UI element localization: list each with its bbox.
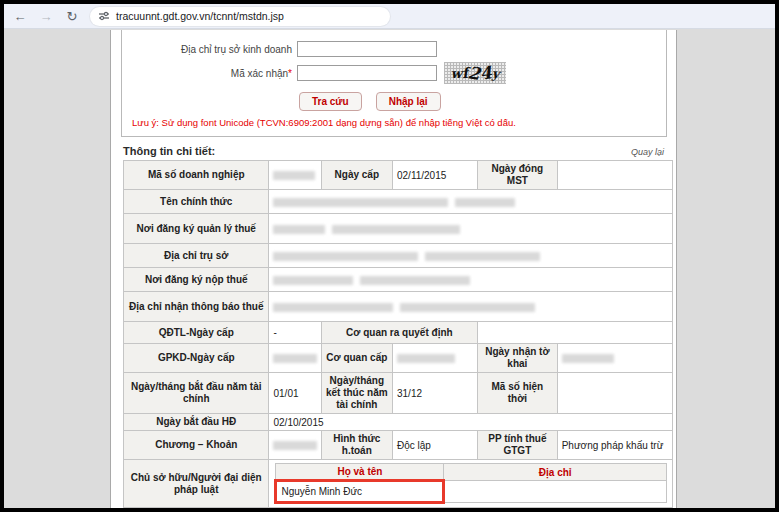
ho-va-ten-col-header: Họ và tên <box>276 464 444 481</box>
hinh-thuc-label: Hình thức h.toán <box>321 431 392 460</box>
table-row: Ngày/tháng bắt đầu năm tài chính 01/01 N… <box>124 373 673 414</box>
table-row: Nơi đăng ký nộp thuế <box>124 268 673 292</box>
dia-chi-tru-so-label: Địa chỉ trụ sở <box>124 244 269 268</box>
co-quan-cap-label: Cơ quan cấp <box>321 344 392 373</box>
address-field-label: Địa chỉ trụ sở kinh doanh <box>132 44 297 55</box>
unicode-note: Lưu ý: Sử dụng font Unicode (TCVN:6909:2… <box>132 117 656 128</box>
ngay-cap-value: 02/11/2015 <box>392 161 477 190</box>
captcha-image: wf24y <box>444 62 506 84</box>
gpkd-label: GPKD-Ngày cấp <box>124 344 269 373</box>
noi-dk-nop-thue-value-redacted <box>269 268 673 292</box>
dia-chi-thong-bao-label: Địa chỉ nhận thông báo thuế <box>124 292 269 322</box>
ngay-bat-dau-hd-value: 02/10/2015 <box>269 414 673 431</box>
captcha-input[interactable] <box>297 65 437 81</box>
ngay-nhan-to-khai-value-redacted <box>557 344 672 373</box>
search-button[interactable]: Tra cứu <box>299 92 362 111</box>
nam-tc-bat-dau-value: 01/01 <box>269 373 321 414</box>
mst-label: Mã số doanh nghiệp <box>124 161 269 190</box>
table-row: Tên giám đốc Nguyễn Minh Đức Địa Chỉ <box>124 508 673 509</box>
qdtl-label: QĐTL-Ngày cấp <box>124 322 269 344</box>
table-row: GPKD-Ngày cấp Cơ quan cấp Ngày nhận tờ k… <box>124 344 673 373</box>
nam-tc-bat-dau-label: Ngày/tháng bắt đầu năm tài chính <box>124 373 269 414</box>
hinh-thuc-value: Độc lập <box>392 431 477 460</box>
screenshot-frame: ← → ↻ tracuunnt.gdt.gov.vn/tcnnt/mstdn.j… <box>0 0 779 512</box>
browser-toolbar: ← → ↻ tracuunnt.gdt.gov.vn/tcnnt/mstdn.j… <box>4 4 775 29</box>
giam-doc-dia-chi-value <box>478 508 673 509</box>
table-row: Mã số doanh nghiệp Ngày cấp 02/11/2015 N… <box>124 161 673 190</box>
table-row: Nơi đăng ký quản lý thuế <box>124 214 673 244</box>
table-row: Địa chỉ trụ sở <box>124 244 673 268</box>
forward-icon[interactable]: → <box>38 8 54 24</box>
giam-doc-label: Tên giám đốc <box>124 508 269 509</box>
ma-so-hien-thoi-label: Mã số hiện thời <box>478 373 558 414</box>
giam-doc-dia-chi-label: Địa Chỉ <box>392 508 477 509</box>
reload-icon[interactable]: ↻ <box>64 8 80 24</box>
table-row: Chủ sở hữu/Người đại diện pháp luật Họ v… <box>124 460 673 508</box>
site-settings-icon[interactable] <box>98 10 110 22</box>
gpkd-value-redacted <box>269 344 321 373</box>
ngay-dong-mst-value <box>557 161 672 190</box>
table-row: Ngày bắt đầu HĐ 02/10/2015 <box>124 414 673 431</box>
mst-value-redacted <box>269 161 321 190</box>
back-link[interactable]: Quay lại <box>631 147 664 157</box>
nam-tc-ket-thuc-label: Ngày/tháng kết thúc năm tài chính <box>321 373 392 414</box>
nam-tc-ket-thuc-value: 31/12 <box>392 373 477 414</box>
noi-dk-nop-thue-label: Nơi đăng ký nộp thuế <box>124 268 269 292</box>
co-quan-quyet-dinh-label: Cơ quan ra quyết định <box>321 322 477 344</box>
captcha-field-label: Mã xác nhận* <box>132 68 297 79</box>
ngay-nhan-to-khai-label: Ngày nhận tờ khai <box>478 344 558 373</box>
detail-title: Thông tin chi tiết: <box>123 145 215 157</box>
back-icon[interactable]: ← <box>12 8 28 24</box>
chu-so-huu-label: Chủ sở hữu/Người đại diện pháp luật <box>124 460 269 508</box>
page-background: Địa chỉ trụ sở kinh doanh Mã xác nhận* w… <box>4 30 775 508</box>
pp-tinh-thue-label: PP tính thuế GTGT <box>478 431 558 460</box>
chu-so-huu-addr-value <box>444 481 667 503</box>
reset-button[interactable]: Nhập lại <box>376 92 441 111</box>
ten-chinh-thuc-value-redacted <box>269 190 673 214</box>
ma-so-hien-thoi-value <box>557 373 672 414</box>
ngay-dong-mst-label: Ngày đóng MST <box>478 161 558 190</box>
ten-chinh-thuc-label: Tên chính thức <box>124 190 269 214</box>
chuong-khoan-label: Chương – Khoản <box>124 431 269 460</box>
table-row: Chương – Khoản Hình thức h.toán Độc lập … <box>124 431 673 460</box>
qdtl-value: - <box>269 322 321 344</box>
co-quan-quyet-dinh-value <box>478 322 673 344</box>
chu-so-huu-name-highlighted: Nguyễn Minh Đức <box>276 481 444 503</box>
dia-chi-col-header: Địa chỉ <box>444 464 667 481</box>
dia-chi-thong-bao-value-redacted <box>269 292 673 322</box>
required-asterisk: * <box>288 68 292 79</box>
chu-so-huu-subtable-cell: Họ và tên Địa chỉ Nguyễn Minh Đức <box>269 460 673 508</box>
chu-so-huu-subtable: Họ và tên Địa chỉ Nguyễn Minh Đức <box>274 463 667 504</box>
table-row: Tên chính thức <box>124 190 673 214</box>
noi-dk-quan-ly-value-redacted <box>269 214 673 244</box>
address-bar[interactable]: tracuunnt.gdt.gov.vn/tcnnt/mstdn.jsp <box>90 7 390 26</box>
chuong-khoan-value-redacted <box>269 431 321 460</box>
giam-doc-name-value: Nguyễn Minh Đức <box>269 508 393 509</box>
table-row: Địa chỉ nhận thông báo thuế <box>124 292 673 322</box>
ngay-bat-dau-hd-label: Ngày bắt đầu HĐ <box>124 414 269 431</box>
url-text: tracuunnt.gdt.gov.vn/tcnnt/mstdn.jsp <box>116 10 284 22</box>
table-row: QĐTL-Ngày cấp - Cơ quan ra quyết định <box>124 322 673 344</box>
browser-window: ← → ↻ tracuunnt.gdt.gov.vn/tcnnt/mstdn.j… <box>4 4 775 508</box>
co-quan-cap-value-redacted <box>392 344 477 373</box>
noi-dk-quan-ly-label: Nơi đăng ký quản lý thuế <box>124 214 269 244</box>
dia-chi-tru-so-value-redacted <box>269 244 673 268</box>
pp-tinh-thue-value: Phương pháp khấu trừ <box>557 431 672 460</box>
address-input[interactable] <box>297 41 437 57</box>
content-panel: Địa chỉ trụ sở kinh doanh Mã xác nhận* w… <box>110 30 677 508</box>
ngay-cap-label: Ngày cấp <box>321 161 392 190</box>
search-form: Địa chỉ trụ sở kinh doanh Mã xác nhận* w… <box>121 30 667 137</box>
detail-table: Mã số doanh nghiệp Ngày cấp 02/11/2015 N… <box>123 160 673 508</box>
